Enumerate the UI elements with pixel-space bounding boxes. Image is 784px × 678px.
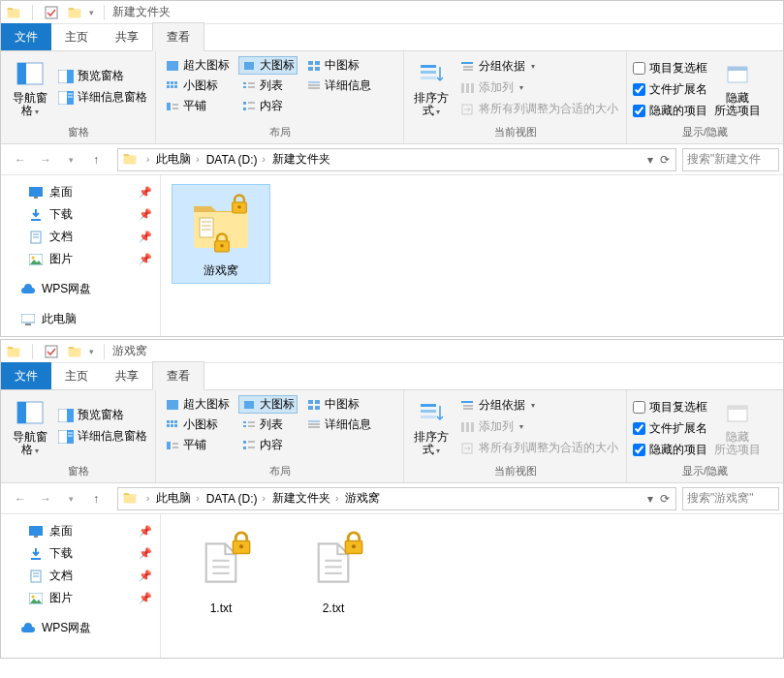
nav-desktop[interactable]: 桌面📌: [1, 520, 160, 542]
tab-home[interactable]: 主页: [51, 23, 102, 50]
layout-details[interactable]: 详细信息: [303, 77, 374, 95]
pin-icon[interactable]: 📌: [139, 231, 152, 243]
tab-share[interactable]: 共享: [102, 362, 152, 389]
qat-folder-icon[interactable]: [66, 4, 83, 21]
layout-content[interactable]: 内容: [238, 97, 298, 115]
svg-rect-38: [243, 108, 246, 110]
back-button[interactable]: ←: [11, 489, 30, 508]
layout-gallery[interactable]: 超大图标 大图标 中图标 小图标 列表 详细信息 平铺 内容: [158, 392, 378, 457]
address-dropdown-icon[interactable]: ▾: [647, 492, 653, 506]
pin-icon[interactable]: 📌: [139, 253, 152, 265]
file-item[interactable]: 1.txt: [172, 524, 269, 619]
forward-button[interactable]: →: [36, 150, 55, 170]
preview-pane-button[interactable]: 预览窗格: [56, 67, 149, 85]
recent-dropdown[interactable]: ▾: [61, 489, 80, 508]
pin-icon[interactable]: 📌: [139, 208, 152, 221]
breadcrumb-item[interactable]: 新建文件夹›: [270, 490, 343, 507]
up-button[interactable]: ↑: [86, 150, 106, 170]
layout-tiles[interactable]: 平铺: [162, 97, 233, 115]
layout-large[interactable]: 大图标: [238, 395, 298, 414]
nav-downloads[interactable]: 下载📌: [1, 542, 160, 565]
pin-icon[interactable]: 📌: [139, 592, 152, 604]
item-checkboxes-toggle[interactable]: 项目复选框: [633, 59, 707, 77]
preview-pane-button[interactable]: 预览窗格: [56, 406, 149, 424]
refresh-icon[interactable]: ⟳: [660, 492, 670, 506]
qat-checkbox-icon[interactable]: [43, 343, 60, 360]
tab-share[interactable]: 共享: [102, 23, 152, 50]
layout-extra-large[interactable]: 超大图标: [162, 56, 233, 75]
breadcrumb-item[interactable]: 此电脑›: [154, 151, 204, 168]
sort-button[interactable]: 排序方式▾: [410, 394, 452, 457]
layout-details[interactable]: 详细信息: [303, 416, 374, 434]
layout-content[interactable]: 内容: [238, 436, 298, 454]
qat-folder-icon[interactable]: [66, 343, 83, 360]
pin-icon[interactable]: 📌: [139, 570, 152, 582]
file-list[interactable]: 游戏窝: [161, 175, 783, 336]
back-button[interactable]: ←: [11, 150, 30, 170]
item-checkboxes-toggle[interactable]: 项目复选框: [633, 398, 707, 416]
groupby-button[interactable]: 分组依据▾: [457, 57, 620, 76]
file-extensions-toggle[interactable]: 文件扩展名: [633, 80, 707, 99]
qat-checkbox-icon[interactable]: [43, 4, 60, 21]
layout-gallery[interactable]: 超大图标 大图标 中图标 小图标 列表 详细信息 平铺 内容: [158, 53, 378, 118]
layout-medium[interactable]: 中图标: [303, 395, 374, 414]
sort-button[interactable]: 排序方式▾: [410, 55, 452, 118]
search-input[interactable]: 搜索"新建文件: [682, 148, 779, 171]
tab-file[interactable]: 文件: [1, 23, 51, 50]
details-pane-button[interactable]: 详细信息窗格: [56, 88, 149, 107]
nav-wps[interactable]: WPS网盘: [1, 617, 160, 639]
file-item[interactable]: 2.txt: [285, 524, 382, 619]
address-bar[interactable]: › 此电脑› DATA (D:)› 新建文件夹› 游戏窝 ▾ ⟳: [117, 487, 676, 510]
forward-button[interactable]: →: [36, 489, 55, 508]
nav-pictures[interactable]: 图片📌: [1, 248, 160, 270]
layout-list[interactable]: 列表: [238, 77, 298, 95]
qat-dropdown-icon[interactable]: ▾: [89, 347, 94, 356]
pin-icon[interactable]: 📌: [139, 547, 152, 560]
nav-pane-button[interactable]: 导航窗格▾: [7, 55, 52, 118]
tab-view[interactable]: 查看: [152, 361, 204, 390]
refresh-icon[interactable]: ⟳: [660, 153, 670, 167]
layout-small[interactable]: 小图标: [162, 416, 233, 434]
address-bar[interactable]: › 此电脑› DATA (D:)› 新建文件夹 ▾ ⟳: [117, 148, 676, 171]
file-list[interactable]: 1.txt 2.txt: [161, 514, 783, 658]
breadcrumb-item[interactable]: 新建文件夹: [270, 151, 332, 168]
file-item[interactable]: 游戏窝: [172, 185, 269, 283]
nav-pane-button[interactable]: 导航窗格▾: [7, 394, 52, 457]
breadcrumb-item[interactable]: DATA (D:)›: [204, 492, 270, 506]
layout-tiles[interactable]: 平铺: [162, 436, 233, 454]
nav-thispc[interactable]: 此电脑: [1, 308, 160, 330]
nav-desktop[interactable]: 桌面📌: [1, 181, 160, 203]
address-folder-icon: [122, 490, 140, 508]
breadcrumb-item[interactable]: 游戏窝: [343, 490, 382, 507]
hidden-items-toggle[interactable]: 隐藏的项目: [633, 102, 707, 120]
nav-wps[interactable]: WPS网盘: [1, 278, 160, 300]
tab-file[interactable]: 文件: [1, 362, 51, 389]
recent-dropdown[interactable]: ▾: [61, 150, 80, 170]
nav-documents[interactable]: 文档📌: [1, 565, 160, 587]
nav-pictures[interactable]: 图片📌: [1, 587, 160, 609]
hidden-items-toggle[interactable]: 隐藏的项目: [633, 441, 707, 459]
layout-small[interactable]: 小图标: [162, 77, 233, 95]
search-input[interactable]: 搜索"游戏窝": [682, 487, 779, 510]
nav-downloads[interactable]: 下载📌: [1, 203, 160, 226]
breadcrumb-item[interactable]: DATA (D:)›: [204, 153, 270, 167]
pictures-icon: [28, 591, 44, 606]
groupby-button[interactable]: 分组依据▾: [457, 396, 620, 415]
file-extensions-toggle[interactable]: 文件扩展名: [633, 419, 707, 438]
layout-large[interactable]: 大图标: [238, 56, 298, 75]
nav-documents[interactable]: 文档📌: [1, 226, 160, 248]
pin-icon[interactable]: 📌: [139, 525, 152, 538]
svg-rect-60: [21, 314, 35, 323]
hide-selected-button[interactable]: 隐藏所选项目: [713, 55, 762, 117]
layout-list[interactable]: 列表: [238, 416, 298, 434]
tab-view[interactable]: 查看: [152, 22, 204, 51]
layout-medium[interactable]: 中图标: [303, 56, 374, 75]
details-pane-button[interactable]: 详细信息窗格: [56, 427, 149, 446]
tab-home[interactable]: 主页: [51, 362, 102, 389]
pin-icon[interactable]: 📌: [139, 186, 152, 199]
qat-dropdown-icon[interactable]: ▾: [89, 8, 94, 17]
address-dropdown-icon[interactable]: ▾: [647, 153, 653, 167]
up-button[interactable]: ↑: [86, 489, 106, 508]
layout-extra-large[interactable]: 超大图标: [162, 395, 233, 414]
breadcrumb-item[interactable]: 此电脑›: [154, 490, 204, 507]
